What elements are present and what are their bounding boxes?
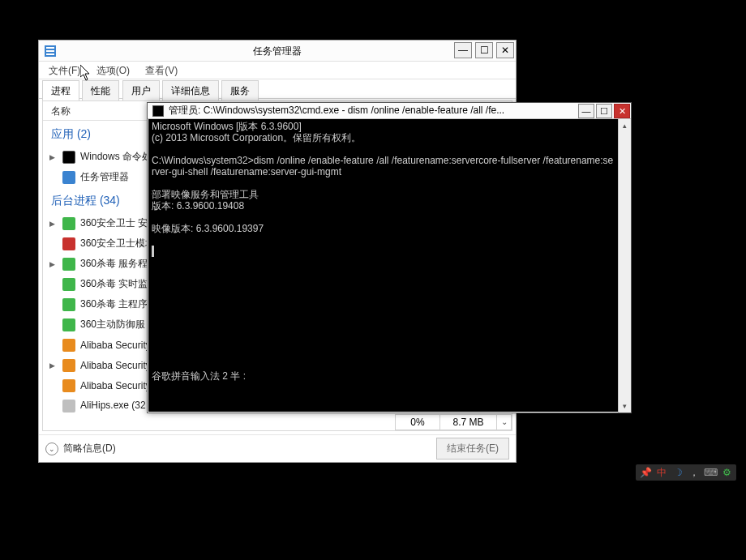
process-name: 360杀毒 实时监 [80,277,148,291]
process-icon [62,237,75,250]
cmd-title: 管理员: C:\Windows\system32\cmd.exe - dism … [169,104,577,118]
process-name: 360杀毒 主程序 [80,297,148,311]
process-name: 360主动防御服 [80,318,145,331]
process-icon [62,278,75,291]
menubar: 文件(F) 选项(O) 查看(V) [39,62,516,79]
scroll-track[interactable] [619,132,631,400]
menu-view[interactable]: 查看(V) [139,62,184,79]
process-name: Alibaba Security [80,380,151,391]
scroll-up-arrow-icon[interactable]: ▴ [619,119,631,132]
tray-keyboard-icon[interactable]: ⌨ [704,466,717,479]
metrics-dropdown-icon[interactable]: ⌄ [497,414,512,430]
process-name: Windows 命令处 [80,150,152,164]
process-icon [62,318,75,331]
cmd-maximize-button[interactable]: ☐ [596,104,612,118]
tray-ime-icon[interactable]: 📌 [639,466,652,479]
process-icon [62,298,75,311]
tab-processes[interactable]: 进程 [42,80,79,101]
cmd-window: 管理员: C:\Windows\system32\cmd.exe - dism … [147,102,632,413]
cmd-cursor [152,246,154,257]
close-button[interactable]: ✕ [496,42,514,58]
task-manager-titlebar[interactable]: 任务管理器 — ☐ ✕ [39,41,516,62]
cmd-output[interactable]: Microsoft Windows [版本 6.3.9600] (c) 2013… [148,119,618,412]
tab-users[interactable]: 用户 [122,80,160,101]
chevron-down-circle-icon: ⌄ [45,442,58,455]
process-icon [62,339,75,352]
expand-icon[interactable]: ▶ [49,361,59,370]
fewer-details-button[interactable]: ⌄ 简略信息(D) [45,442,116,455]
process-icon [62,171,75,184]
process-name: 任务管理器 [80,170,129,184]
task-manager-footer: ⌄ 简略信息(D) 结束任务(E) [39,434,516,462]
tray-moon-icon[interactable]: ☽ [671,466,684,479]
tab-performance[interactable]: 性能 [82,80,119,101]
tab-details[interactable]: 详细信息 [162,80,219,101]
process-icon [62,151,75,164]
process-icon [62,258,75,271]
expand-icon[interactable]: ▶ [49,220,59,228]
task-manager-icon [44,45,57,58]
cmd-close-button[interactable]: ✕ [614,104,630,118]
tab-strip: 进程 性能 用户 详细信息 服务 [39,79,516,99]
process-name: 360安全卫士模块 [80,237,155,250]
process-icon [62,359,75,372]
svg-rect-1 [46,47,54,49]
end-task-button[interactable]: 结束任务(E) [436,438,509,460]
tray-punct-icon[interactable]: ， [688,466,701,479]
tray-lang-zh-icon[interactable]: 中 [655,466,668,479]
fewer-details-label: 简略信息(D) [63,442,116,455]
process-name: 360杀毒 服务程 [80,257,148,271]
process-name: Alibaba Security [80,360,151,371]
svg-rect-2 [46,50,54,52]
process-icon [62,217,75,230]
cmd-minimize-button[interactable]: — [578,104,594,118]
menu-options[interactable]: 选项(O) [90,62,136,79]
menu-file[interactable]: 文件(F) [42,62,87,79]
tray-settings-icon[interactable]: ⚙ [720,466,733,479]
cmd-icon [152,105,164,117]
tab-services[interactable]: 服务 [221,80,259,101]
minimize-button[interactable]: — [454,42,472,58]
metrics-row: 0% 8.7 MB ⌄ [395,414,512,430]
cpu-cell: 0% [395,414,440,430]
cmd-scrollbar[interactable]: ▴ ▾ [618,119,631,413]
svg-rect-3 [46,53,54,55]
process-icon [62,379,75,392]
cmd-titlebar[interactable]: 管理员: C:\Windows\system32\cmd.exe - dism … [148,103,631,119]
system-tray: 📌 中 ☽ ， ⌨ ⚙ [636,464,736,481]
task-manager-title: 任务管理器 [39,41,516,62]
maximize-button[interactable]: ☐ [475,42,493,58]
process-icon [62,400,75,413]
expand-icon[interactable]: ▶ [49,260,59,268]
scroll-down-arrow-icon[interactable]: ▾ [619,400,631,413]
process-name: Alibaba Security [80,340,151,351]
expand-icon[interactable]: ▶ [49,153,59,161]
mem-cell: 8.7 MB [440,414,497,430]
